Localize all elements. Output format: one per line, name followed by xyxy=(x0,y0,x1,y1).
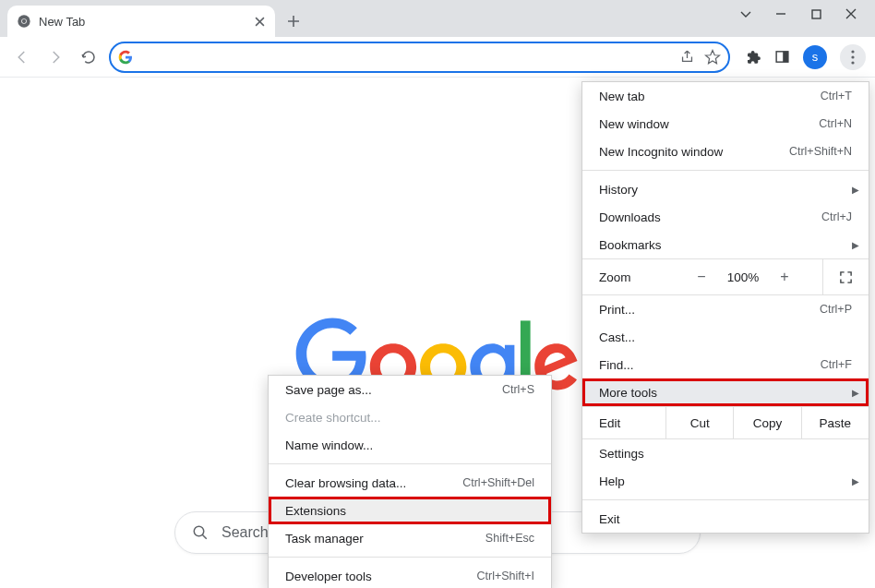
zoom-label: Zoom xyxy=(599,270,664,284)
submenu-clear-data[interactable]: Clear browsing data...Ctrl+Shift+Del xyxy=(269,469,551,497)
new-tab-button[interactable] xyxy=(281,8,306,34)
address-bar[interactable] xyxy=(109,42,730,73)
svg-rect-3 xyxy=(812,10,821,18)
google-g-icon xyxy=(118,50,133,65)
menu-find[interactable]: Find...Ctrl+F xyxy=(582,351,869,378)
menu-cast[interactable]: Cast... xyxy=(582,323,869,351)
submenu-create-shortcut: Create shortcut... xyxy=(269,403,551,431)
svg-point-9 xyxy=(194,526,204,536)
minimize-icon[interactable] xyxy=(773,6,788,21)
menu-downloads[interactable]: DownloadsCtrl+J xyxy=(582,203,869,231)
side-panel-icon[interactable] xyxy=(774,49,790,65)
menu-incognito[interactable]: New Incognito windowCtrl+Shift+N xyxy=(582,138,869,165)
svg-point-2 xyxy=(22,19,26,23)
menu-new-window[interactable]: New windowCtrl+N xyxy=(582,110,869,138)
edit-paste[interactable]: Paste xyxy=(801,407,869,438)
zoom-out-button[interactable]: − xyxy=(685,269,718,285)
menu-exit[interactable]: Exit xyxy=(582,505,869,533)
extensions-puzzle-icon[interactable] xyxy=(745,49,761,66)
edit-label: Edit xyxy=(582,416,665,430)
chevron-down-icon[interactable] xyxy=(738,6,753,21)
forward-button[interactable] xyxy=(42,44,68,70)
edit-cut[interactable]: Cut xyxy=(665,407,733,438)
menu-history[interactable]: History▶ xyxy=(582,175,869,203)
fullscreen-button[interactable] xyxy=(822,259,869,294)
submenu-save-page[interactable]: Save page as...Ctrl+S xyxy=(269,376,551,403)
menu-new-tab[interactable]: New tabCtrl+T xyxy=(582,82,869,110)
browser-tab[interactable]: New Tab xyxy=(7,6,275,37)
search-icon xyxy=(192,524,209,541)
more-tools-submenu: Save page as...Ctrl+S Create shortcut...… xyxy=(268,375,552,588)
reload-button[interactable] xyxy=(76,44,102,70)
submenu-dev-tools[interactable]: Developer toolsCtrl+Shift+I xyxy=(269,562,551,588)
svg-point-8 xyxy=(851,61,854,64)
svg-rect-5 xyxy=(783,52,788,62)
more-menu-button[interactable] xyxy=(840,44,866,70)
profile-avatar[interactable]: s xyxy=(803,45,827,69)
menu-bookmarks[interactable]: Bookmarks▶ xyxy=(582,231,869,258)
chrome-favicon xyxy=(17,14,31,29)
menu-edit-row: Edit Cut Copy Paste xyxy=(582,406,869,439)
submenu-name-window[interactable]: Name window... xyxy=(269,431,551,459)
zoom-in-button[interactable]: + xyxy=(768,269,801,285)
window-controls xyxy=(738,0,875,37)
menu-help[interactable]: Help▶ xyxy=(582,467,869,495)
svg-point-7 xyxy=(851,55,854,58)
close-window-icon[interactable] xyxy=(844,6,858,21)
close-tab-icon[interactable] xyxy=(253,15,266,28)
menu-more-tools[interactable]: More tools▶ xyxy=(582,378,869,406)
browser-toolbar: s xyxy=(0,37,875,78)
submenu-task-manager[interactable]: Task managerShift+Esc xyxy=(269,524,551,552)
edit-copy[interactable]: Copy xyxy=(733,407,800,438)
menu-print[interactable]: Print...Ctrl+P xyxy=(582,295,869,323)
bookmark-star-icon[interactable] xyxy=(704,49,721,66)
zoom-value: 100% xyxy=(722,270,764,284)
browser-titlebar: New Tab xyxy=(0,0,875,37)
tab-title: New Tab xyxy=(39,15,85,29)
menu-settings[interactable]: Settings xyxy=(582,439,869,467)
submenu-extensions[interactable]: Extensions xyxy=(269,497,551,524)
url-input[interactable] xyxy=(140,50,672,65)
menu-zoom-row: Zoom − 100% + xyxy=(582,258,869,295)
back-button[interactable] xyxy=(9,44,35,70)
share-icon[interactable] xyxy=(679,49,695,65)
svg-point-6 xyxy=(851,50,854,53)
chrome-main-menu: New tabCtrl+T New windowCtrl+N New Incog… xyxy=(581,81,869,534)
maximize-icon[interactable] xyxy=(809,6,823,21)
